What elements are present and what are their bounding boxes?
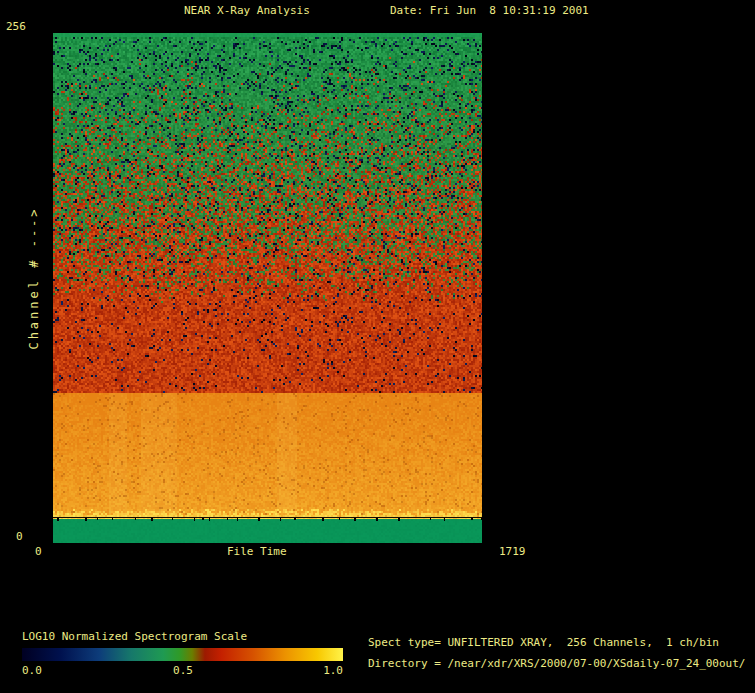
spect-type-line: Spect type= UNFILTERED XRAY, 256 Channel… xyxy=(368,636,719,649)
colorbar-title: LOG10 Normalized Spectrogram Scale xyxy=(22,630,247,643)
colorbar-tick-max: 1.0 xyxy=(323,664,343,677)
directory-line: Directory = /near/xdr/XRS/2000/07-00/XSd… xyxy=(368,657,746,670)
spectrogram-canvas xyxy=(53,33,482,543)
page-title: NEAR X-Ray Analysis xyxy=(184,4,310,17)
x-axis-min-label: 0 xyxy=(35,545,42,558)
date-label: Date: Fri Jun 8 10:31:19 2001 xyxy=(390,4,589,17)
near-xray-analysis-window: NEAR X-Ray Analysis Date: Fri Jun 8 10:3… xyxy=(0,0,755,693)
x-axis-title: File Time xyxy=(227,545,287,558)
colorbar-tick-mid: 0.5 xyxy=(173,664,193,677)
colorbar-gradient xyxy=(22,648,343,661)
y-axis-title: Channel # ---> xyxy=(28,206,41,349)
colorbar-tick-min: 0.0 xyxy=(22,664,42,677)
x-axis-max-label: 1719 xyxy=(499,545,526,558)
y-axis-max-label: 256 xyxy=(6,20,26,33)
y-axis-min-label: 0 xyxy=(16,530,23,543)
